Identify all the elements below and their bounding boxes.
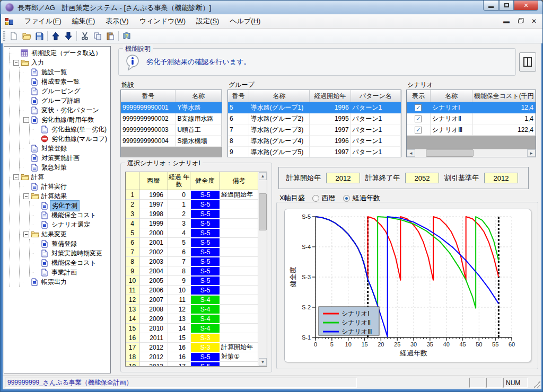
grid-row[interactable]: 720026S-5 xyxy=(126,247,267,257)
grid-column-header[interactable]: 西暦 xyxy=(139,172,168,190)
calc-start-year-field[interactable]: 2012 xyxy=(326,173,360,183)
column-header[interactable]: 名称 xyxy=(249,90,310,102)
grid-row[interactable]: 520004S-5 xyxy=(126,228,267,238)
tree-item[interactable]: 機能保全コスト xyxy=(30,210,110,220)
open-button[interactable] xyxy=(20,30,33,42)
table-row[interactable]: 9導水路(グループ5)1997パターン1 xyxy=(228,147,401,157)
grid-column-header[interactable]: 経過 年数 xyxy=(168,172,190,190)
toolbar-grip[interactable] xyxy=(3,31,5,41)
grid-row[interactable]: 15201014S-4 xyxy=(126,324,267,333)
expander-icon[interactable] xyxy=(13,174,19,180)
split-view-button[interactable] xyxy=(519,52,536,72)
tree-item[interactable]: 対策実施計画 xyxy=(20,153,110,163)
close-button[interactable]: ✕ xyxy=(514,1,538,11)
tree-item[interactable]: 構成要素一覧 xyxy=(20,77,110,86)
tree-item[interactable]: 入力 xyxy=(10,58,110,67)
checkbox-checked-icon[interactable]: ✓ xyxy=(415,104,422,111)
grid-row[interactable]: 920048S-5 xyxy=(126,266,267,276)
resize-grip[interactable] xyxy=(533,381,540,388)
menu-item[interactable]: 表示(V) xyxy=(100,14,134,28)
tree-item[interactable]: 対策実施時期変更 xyxy=(30,248,110,258)
table-row[interactable]: 9999999990001Y導水路 xyxy=(121,102,222,113)
discount-base-year-field[interactable]: 2012 xyxy=(484,173,518,183)
title-bar[interactable]: 長寿郎／AG 計画策定システム - [さんぷる事業（機能診断）] ✕ xyxy=(1,1,542,14)
tree-item[interactable]: 機能保全コスト xyxy=(30,258,110,268)
tree-item[interactable]: 事業計画 xyxy=(30,268,110,277)
move-down-button[interactable] xyxy=(62,30,75,42)
tree-item[interactable]: グループ詳細 xyxy=(20,96,110,105)
table-row[interactable]: 9999999990002B支線用水路 xyxy=(121,113,222,124)
grid-column-header[interactable] xyxy=(126,172,139,190)
checkbox-checked-icon[interactable]: ✓ xyxy=(415,127,422,133)
grid-row[interactable]: 820037S-5 xyxy=(126,257,267,266)
column-header[interactable]: 名称 xyxy=(176,90,222,102)
mdi-minimize-button[interactable]: ▬ xyxy=(503,17,510,25)
table-row[interactable]: ✓シナリオⅢ122,4 xyxy=(407,124,536,136)
tree-item[interactable]: グルーピング xyxy=(20,86,110,96)
menu-item[interactable]: ヘルプ(H) xyxy=(224,14,266,28)
grid-column-header[interactable]: 健全度 xyxy=(190,172,220,190)
tree-item[interactable]: 計算結果 xyxy=(20,191,110,201)
mdi-form-icon[interactable] xyxy=(5,17,14,25)
scroll-right-button[interactable]: ► xyxy=(527,149,536,157)
scroll-down-button[interactable]: ▼ xyxy=(259,358,267,366)
grid-row[interactable]: 119960S-5経過開始年 xyxy=(126,190,267,200)
tree-item[interactable]: 計算 xyxy=(10,172,110,182)
table-row[interactable]: ✓シナリオⅡ1,4 xyxy=(407,113,536,124)
scenario-table[interactable]: 表示名称機能保全コスト(千円✓シナリオⅠ12,4✓シナリオⅡ1,4✓シナリオⅢ1… xyxy=(406,90,536,157)
move-up-button[interactable] xyxy=(49,30,62,42)
horizontal-scrollbar[interactable]: ◄► xyxy=(407,149,536,157)
save-button[interactable] xyxy=(33,30,46,42)
scroll-left-button[interactable]: ◄ xyxy=(407,149,415,157)
grid-row[interactable]: 12200711S-4 xyxy=(126,295,267,305)
scroll-up-button[interactable]: ▲ xyxy=(259,172,267,180)
grid-row[interactable]: 13200812S-4 xyxy=(126,305,267,314)
tree-item[interactable]: シナリオ選定 xyxy=(30,220,110,229)
column-header[interactable]: 番号 xyxy=(228,90,249,102)
tree-item[interactable]: 劣化曲線/耐用年数 xyxy=(20,115,110,124)
column-header[interactable]: 経過開始年 xyxy=(310,90,351,102)
table-row[interactable]: 9999999990004S揚水機場 xyxy=(121,136,222,147)
scrollbar-thumb[interactable] xyxy=(259,193,267,230)
cut-button[interactable] xyxy=(78,30,91,42)
tree-item[interactable]: 結果変更 xyxy=(20,229,110,239)
paste-button[interactable] xyxy=(104,30,117,42)
tree-item[interactable]: 帳票出力 xyxy=(20,277,110,287)
checkbox-checked-icon[interactable]: ✓ xyxy=(415,115,422,122)
column-header[interactable]: 表示 xyxy=(407,90,431,102)
menu-item[interactable]: ウィンドウ(W) xyxy=(134,14,191,28)
column-header[interactable]: 番号 xyxy=(121,90,176,102)
tree-item[interactable]: 対策登録 xyxy=(20,144,110,153)
tree-item[interactable]: 変状・劣化パターン xyxy=(20,105,110,115)
tree-item[interactable]: 劣化曲線(単一劣化) xyxy=(30,124,110,134)
maximize-button[interactable] xyxy=(499,1,514,11)
grid-row[interactable]: 219971S-5 xyxy=(126,200,267,209)
table-row[interactable]: 8導水路(グループ4)1996パターン1 xyxy=(228,136,401,147)
table-row[interactable]: 9999999990003U頭首工 xyxy=(121,124,222,136)
expander-icon[interactable] xyxy=(23,193,29,199)
calc-end-year-field[interactable]: 2052 xyxy=(405,173,439,183)
grid-row[interactable]: 620015S-5 xyxy=(126,238,267,247)
table-row[interactable]: 7導水路(グループ3)1997パターン1 xyxy=(228,124,401,136)
tree-item[interactable]: 劣化予測 xyxy=(30,201,110,210)
expander-icon[interactable] xyxy=(23,117,29,123)
column-header[interactable]: 名称 xyxy=(431,90,473,102)
group-table[interactable]: 番号名称経過開始年パターン名5導水路(グループ1)1996パターン16導水路(グ… xyxy=(227,90,401,157)
scrollbar-thumb[interactable] xyxy=(426,149,474,157)
vertical-scrollbar[interactable]: ▲▼ xyxy=(258,172,267,366)
grid-row[interactable]: 17201216S-3計算開始年 xyxy=(126,343,267,352)
menu-item[interactable]: ファイル(F) xyxy=(19,14,67,28)
tree-item[interactable]: 施設一覧 xyxy=(20,67,110,77)
column-header[interactable]: パターン名 xyxy=(351,90,401,102)
tree-item[interactable]: 劣化曲線(マルコフ) xyxy=(30,134,110,144)
grid-row[interactable]: 11200610S-5 xyxy=(126,286,267,295)
table-row[interactable]: ✓シナリオⅠ12,4 xyxy=(407,102,536,113)
tree-item[interactable]: 緊急対策 xyxy=(20,163,110,172)
expander-icon[interactable] xyxy=(13,60,19,66)
grid-row[interactable]: 14200913S-4 xyxy=(126,314,267,324)
facility-table[interactable]: 番号名称9999999990001Y導水路9999999990002B支線用水路… xyxy=(120,90,222,157)
tree-item[interactable]: 初期設定（データ取込） xyxy=(10,48,110,58)
grid-row[interactable]: 19201317S-5 xyxy=(126,362,267,367)
grid-row[interactable]: 18201216S-5対策① xyxy=(126,352,267,362)
help-button[interactable]: ? xyxy=(120,30,133,42)
